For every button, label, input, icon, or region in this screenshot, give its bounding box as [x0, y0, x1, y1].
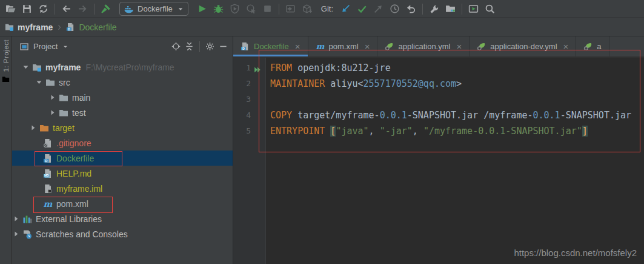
folder-icon [59, 108, 68, 118]
tree-item-myframe[interactable]: myframeF:\MycreatPro\myframe [12, 59, 233, 75]
tree-item-test[interactable]: test [12, 105, 233, 120]
docker-icon [124, 4, 134, 14]
editor-tab-label: a [597, 42, 601, 51]
code-line[interactable]: 4COPY target/myframe-0.0.1-SNAPSHOT.jar … [233, 107, 644, 123]
breadcrumb-item-myframe[interactable]: myframe [5, 22, 53, 32]
close-icon[interactable]: × [365, 42, 370, 51]
chevron-down-icon[interactable] [62, 43, 69, 50]
project-structure-button[interactable] [442, 2, 459, 16]
tree-item-help-md[interactable]: MDHELP.md [12, 166, 233, 181]
maven-icon: m [43, 199, 53, 209]
folder-icon [39, 123, 49, 133]
forward-button[interactable] [75, 2, 91, 16]
tree-item-target[interactable]: target [12, 120, 233, 135]
profiler-button[interactable] [243, 2, 259, 16]
code-line[interactable]: 5ENTRYPOINT ["java", "-jar", "/myframe-0… [233, 123, 644, 139]
debug-button[interactable] [210, 2, 227, 16]
tree-item-main[interactable]: main [12, 90, 233, 105]
tree-item-external-libraries[interactable]: External Libraries [12, 211, 233, 226]
chevron-right-icon[interactable] [48, 93, 59, 103]
tree-item-scratches-and-consoles[interactable]: Scratches and Consoles [12, 226, 233, 242]
folder-icon [2, 75, 10, 83]
back-button[interactable] [58, 2, 75, 16]
tree-item-label: main [72, 93, 90, 103]
stop-button[interactable] [259, 2, 276, 16]
watermark-text: https://blog.csdn.net/mofsfely2 [514, 248, 637, 258]
hide-panel-button[interactable] [219, 42, 228, 51]
chevron-right-icon[interactable] [48, 108, 59, 118]
update-application-button[interactable] [299, 2, 315, 16]
search-icon [485, 4, 495, 14]
svg-text:m: m [316, 42, 324, 51]
tree-item-label: src [59, 78, 70, 87]
editor-tab-application-yml[interactable]: application.yml× [377, 36, 470, 56]
editor-tab-a[interactable]: a [576, 36, 609, 56]
history-button[interactable] [387, 2, 403, 16]
settings-button[interactable] [426, 2, 442, 16]
panel-settings-button[interactable] [205, 42, 214, 51]
chevron-down-icon[interactable] [22, 63, 32, 72]
editor-tab-pom-xml[interactable]: mpom.xml× [308, 36, 378, 56]
spring-icon [477, 42, 486, 51]
search-everywhere-button[interactable] [482, 2, 498, 16]
push-icon [373, 4, 383, 14]
line-number: 3 [233, 92, 251, 107]
tree-item-gitignore[interactable]: .gitignore [12, 135, 233, 151]
toolbar-separator [462, 4, 462, 15]
chevron-down-icon[interactable] [35, 78, 45, 87]
git-push-button[interactable] [370, 2, 387, 16]
project-toolwindow-button[interactable]: 1: Project [0, 39, 12, 83]
code-line[interactable]: 2MAINTAINER aliyu<2557170552@qq.com> [233, 76, 644, 92]
tree-item-myframe-iml[interactable]: myframe.iml [12, 181, 233, 196]
project-panel-title[interactable]: Project [33, 42, 58, 51]
editor-tab-dockerfile[interactable]: DDockerfile× [233, 36, 308, 56]
code-token: "java" [336, 126, 368, 137]
run-anything-button[interactable] [465, 2, 482, 16]
code-token: ENTRYPOINT [270, 126, 325, 137]
code-token: , [413, 126, 423, 137]
close-icon[interactable]: × [563, 42, 569, 51]
line-number: 5 [233, 123, 251, 139]
synchronize-button[interactable] [35, 2, 51, 16]
chevron-right-icon[interactable] [29, 123, 39, 133]
rollback-button[interactable] [403, 2, 419, 16]
git-update-button[interactable] [337, 2, 354, 16]
tree-item-label: test [72, 108, 86, 118]
save-icon [22, 4, 32, 14]
editor-tab-application-dev-yml[interactable]: application-dev.yml× [470, 36, 576, 56]
code-editor[interactable]: 1FROM openjdk:8u212-jre2MAINTAINER aliyu… [233, 58, 644, 264]
project-folder-icon [5, 22, 14, 32]
attach-to-process-button[interactable] [282, 2, 299, 16]
sync-icon [38, 4, 48, 14]
toolbar-separator [55, 4, 55, 15]
open-file-button[interactable] [2, 2, 19, 16]
tree-item-dockerfile[interactable]: DDockerfile [12, 151, 233, 166]
chevron-right-icon[interactable] [12, 229, 22, 239]
maven-icon: m [316, 42, 325, 51]
build-project-button[interactable] [98, 2, 114, 16]
run-configuration-select[interactable]: Dockerfile [119, 2, 188, 16]
run-button[interactable] [194, 2, 210, 16]
main-area: 1: Project Project myframeF:\MycreatPro\… [0, 36, 644, 264]
chevron-right-icon[interactable] [12, 214, 22, 224]
locate-file-button[interactable] [171, 42, 181, 51]
breadcrumb-item-dockerfile[interactable]: DDockerfile [66, 22, 116, 32]
close-icon[interactable]: × [456, 42, 462, 51]
code-line[interactable]: 1FROM openjdk:8u212-jre [233, 60, 644, 76]
toolbar-separator [279, 4, 279, 15]
close-icon[interactable]: × [295, 42, 300, 51]
tree-item-label: pom.xml [56, 199, 88, 209]
code-line[interactable]: 3 [233, 92, 644, 107]
tree-item-pom-xml[interactable]: mpom.xml [12, 196, 233, 211]
code-token: 2557170552@qq.com [363, 78, 457, 89]
collapse-all-button[interactable] [185, 42, 194, 51]
code-text: COPY target/myframe-0.0.1-SNAPSHOT.jar /… [270, 110, 631, 121]
code-token: > [456, 78, 462, 89]
coverage-icon [230, 4, 240, 14]
tree-item-src[interactable]: src [12, 75, 233, 90]
file-docker-icon: D [66, 22, 75, 32]
run-with-coverage-button[interactable] [227, 2, 243, 16]
save-all-button[interactable] [19, 2, 35, 16]
git-commit-button[interactable] [354, 2, 370, 16]
breadcrumb-label: myframe [18, 22, 53, 32]
